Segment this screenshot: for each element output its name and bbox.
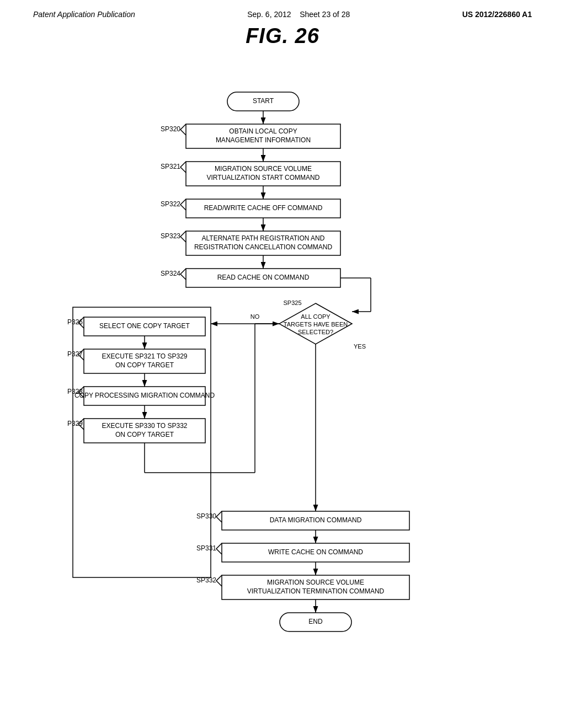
sp322-corner [180, 199, 186, 210]
sp332-line2: VIRTUALIZATION TERMINATION COMMAND [247, 587, 385, 595]
sp332-corner [216, 575, 222, 586]
header-sheet: Sheet 23 of 28 [300, 10, 350, 19]
sp323-corner [180, 231, 186, 242]
sp327-line2: ON COPY TARGET [115, 361, 174, 369]
sp324-corner [180, 269, 186, 280]
diagram-area: START OBTAIN LOCAL COPY MANAGEMENT INFOR… [0, 53, 565, 728]
end-label: END [308, 618, 323, 625]
sp329-line2: ON COPY TARGET [115, 431, 174, 438]
start-label: START [253, 97, 274, 105]
sp330-corner [216, 511, 222, 522]
sp320-line2: MANAGEMENT INFORMATION [216, 136, 311, 144]
sp320-label: SP320 [161, 125, 180, 133]
flowchart-svg: START OBTAIN LOCAL COPY MANAGEMENT INFOR… [67, 87, 498, 728]
sp326-text: SELECT ONE COPY TARGET [99, 322, 190, 330]
sp320-corner [180, 124, 186, 135]
sp332-label: SP332 [196, 576, 216, 584]
sp330-text: DATA MIGRATION COMMAND [270, 516, 362, 524]
sp332-line1: MIGRATION SOURCE VOLUME [267, 579, 364, 586]
sp324-label: SP324 [161, 270, 180, 277]
sp325-line1: ALL COPY [301, 313, 331, 320]
sp328-text: COPY PROCESSING MIGRATION COMMAND [74, 392, 215, 399]
sp322-label: SP322 [161, 200, 180, 208]
sp321-label: SP321 [161, 163, 180, 170]
sp323-line1: ALTERNATE PATH REGISTRATION AND [202, 234, 325, 242]
sp331-label: SP331 [196, 544, 216, 552]
sp322-text: READ/WRITE CACHE OFF COMMAND [204, 204, 323, 212]
sp323-label: SP323 [161, 232, 180, 240]
sp320-line1: OBTAIN LOCAL COPY [229, 127, 297, 135]
page-header: Patent Application Publication Sep. 6, 2… [0, 0, 565, 19]
sp321-line1: MIGRATION SOURCE VOLUME [215, 165, 312, 173]
sp329-line1: EXECUTE SP330 TO SP332 [102, 422, 188, 430]
sp321-line2: VIRTUALIZATION START COMMAND [207, 174, 320, 181]
no-label: NO [250, 313, 260, 320]
header-date: Sep. 6, 2012 [247, 10, 291, 19]
sp325-line2: TARGETS HAVE BEEN [284, 321, 348, 328]
sp325-label: SP325 [283, 299, 301, 306]
sp331-text: WRITE CACHE ON COMMAND [268, 548, 363, 556]
sp323-line2: REGISTRATION CANCELLATION COMMAND [194, 243, 333, 251]
sp325-line3: SELECTED? [298, 329, 333, 335]
sp327-line1: EXECUTE SP321 TO SP329 [102, 352, 188, 360]
header-patent-number: US 2012/226860 A1 [462, 10, 532, 19]
figure-title: FIG. 26 [0, 24, 565, 48]
sp330-label: SP330 [196, 512, 216, 520]
sp324-text: READ CACHE ON COMMAND [217, 274, 310, 281]
header-publication-label: Patent Application Publication [33, 10, 135, 19]
header-date-sheet: Sep. 6, 2012 Sheet 23 of 28 [247, 10, 350, 19]
sp331-corner [216, 543, 222, 554]
sp321-corner [180, 162, 186, 173]
yes-label: YES [354, 343, 366, 350]
